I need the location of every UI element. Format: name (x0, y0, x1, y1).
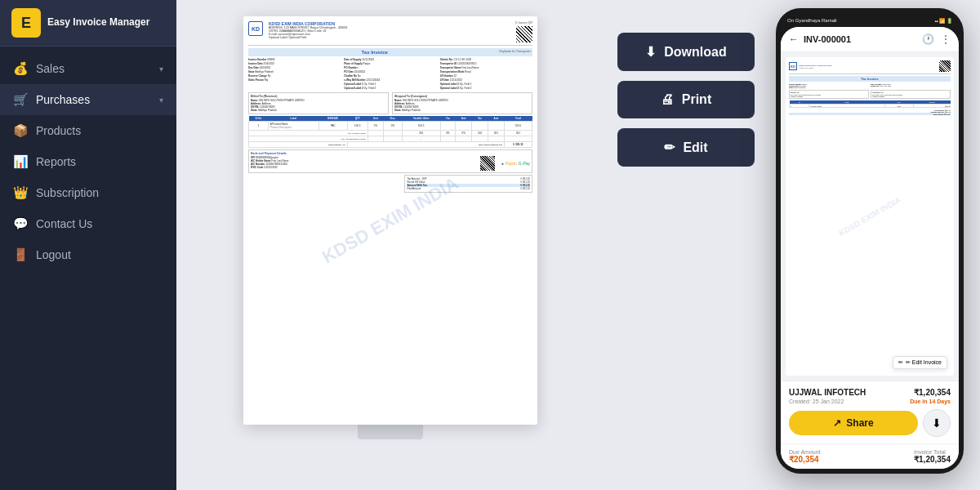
reports-icon: 📊 (13, 154, 28, 169)
sidebar-item-reports[interactable]: 📊 Reports (0, 146, 176, 177)
sidebar-label-purchases: Purchases (36, 93, 90, 106)
actions-panel: ⬇ Download 🖨 Print ✏ Edit (604, 0, 768, 490)
invoice-items-table: Sr.No Label HSN/SAC QTY Unit Disc. Taxab… (248, 116, 532, 148)
sales-icon: 💰 (13, 61, 28, 76)
download-icon: ⬇ (932, 416, 942, 430)
invoice-content: KD KDSD EXIM INDIA CORPORATION ADDRESS: … (243, 16, 537, 425)
phone-screen: ← INV-000001 🕐 ⋮ (781, 27, 959, 469)
edit-invoice-icon: ✏ (898, 359, 903, 366)
phone-header: ← INV-000001 🕐 ⋮ (781, 27, 959, 52)
sidebar-item-contact-us[interactable]: 💬 Contact Us (0, 208, 176, 239)
invoice-preview-area: KD KDSD EXIM INDIA CORPORATION ADDRESS: … (176, 0, 604, 490)
invoice-document: KD KDSD EXIM INDIA CORPORATION ADDRESS: … (243, 16, 537, 425)
phone-download-button[interactable]: ⬇ (923, 409, 951, 437)
phone-more-icon[interactable]: ⋮ (941, 33, 951, 45)
sidebar-logo: E Easy Invoice Manager (0, 0, 176, 47)
invoice-title: Tax Invoice Duplicate for Transporter (248, 48, 532, 56)
download-button[interactable]: ⬇ Download (617, 33, 755, 71)
table-row: Add: Housekeeping Charge - (249, 136, 532, 142)
purchases-icon: 🛒 (13, 92, 28, 107)
chevron-down-icon: ▾ (159, 96, 163, 105)
table-row: Add: Freight Charge 301 0% 0% 501 501 50… (249, 131, 532, 136)
phone-invoice-preview: KD KDSD EXIM INDIA CORPORATION Address l… (786, 57, 954, 376)
phone-invoice-amount: ₹1,20,354 (914, 388, 951, 397)
main-content: KD KDSD EXIM INDIA CORPORATION ADDRESS: … (176, 0, 980, 490)
sidebar-item-subscription[interactable]: 👑 Subscription (0, 177, 176, 208)
print-button[interactable]: 🖨 Print (617, 81, 755, 118)
sidebar-item-purchases[interactable]: 🛒 Purchases ▾ (0, 84, 176, 115)
sidebar-label-subscription: Subscription (36, 186, 99, 199)
sidebar-label-reports: Reports (36, 155, 76, 168)
sidebar-label-logout: Logout (36, 248, 71, 261)
invoice-bill-ship: Billed To (Receiver) Name: GNI INFO SOLU… (248, 92, 532, 114)
phone-share-button[interactable]: ↗ Share (789, 411, 918, 435)
bank-qr (480, 156, 495, 171)
sidebar-nav: 💰 Sales ▾ 🛒 Purchases ▾ 📦 Products 📊 Rep… (0, 47, 176, 490)
phone-customer-bar: UJJWAL INFOTECH ₹1,20,354 Created: 25 Ja… (781, 381, 959, 443)
app-logo-icon: E (11, 8, 41, 38)
phone-due-label: Due in 14 Days (910, 399, 951, 404)
sidebar-item-sales[interactable]: 💰 Sales ▾ (0, 53, 176, 84)
share-icon: ↗ (833, 417, 841, 429)
table-row: 1 A Product NameProduct Description PAC … (249, 122, 532, 131)
sidebar-item-products[interactable]: 📦 Products (0, 115, 176, 146)
invoice-totals: Tax Amount - GST ₹ 301.15 Round Off Valu… (248, 175, 532, 193)
phone-invoice-id: INV-000001 (804, 34, 851, 44)
phone-history-icon[interactable]: 🕐 (922, 33, 934, 45)
sidebar: E Easy Invoice Manager 💰 Sales ▾ 🛒 Purch… (0, 0, 176, 490)
top-area: KD KDSD EXIM INDIA CORPORATION ADDRESS: … (176, 0, 980, 490)
company-logo: KD (248, 21, 263, 36)
phone-edit-invoice-button[interactable]: ✏ ✏ Edit Invoice (893, 356, 947, 369)
sidebar-label-products: Products (36, 124, 81, 137)
sidebar-label-sales: Sales (36, 62, 65, 75)
print-icon: 🖨 (661, 92, 674, 107)
phone-bottom-stats: Due Amount ₹20,354 Invoice Total ₹1,20,3… (781, 443, 959, 469)
edit-icon: ✏ (664, 140, 675, 155)
phone-area: On Gyandhaya Ramali ▪▪ 📶 🔋 ← INV-000001 … (768, 0, 980, 490)
phone-mockup: On Gyandhaya Ramali ▪▪ 📶 🔋 ← INV-000001 … (776, 8, 964, 474)
products-icon: 📦 (13, 123, 28, 138)
app-name: Easy Invoice Manager (47, 16, 149, 29)
sidebar-label-contact-us: Contact Us (36, 217, 92, 230)
invoice-qr (516, 26, 532, 42)
subscription-icon: 👑 (13, 185, 28, 200)
invoice-bank-details: Bank and Payment Details UPI 9999999999@… (248, 149, 532, 173)
phone-invoice-total: Invoice Total ₹1,20,354 (914, 449, 951, 464)
invoice-fields: Invoice Number 999/80 Invoice Date 25/4/… (248, 58, 532, 91)
contact-icon: 💬 (13, 216, 28, 231)
logout-icon: 🚪 (13, 247, 28, 262)
phone-due-amount: Due Amount ₹20,354 (789, 449, 821, 464)
download-icon: ⬇ (645, 44, 656, 60)
sidebar-item-logout[interactable]: 🚪 Logout (0, 239, 176, 270)
phone-created-date: Created: 25 Jan 2022 (789, 399, 844, 404)
chevron-down-icon: ▾ (159, 65, 163, 74)
phone-back-button[interactable]: ← (789, 33, 799, 45)
edit-button[interactable]: ✏ Edit (617, 128, 755, 167)
invoice-stand (358, 425, 423, 439)
phone-customer-name: UJJWAL INFOTECH (789, 388, 866, 397)
phone-notch (845, 8, 894, 18)
invoice-header: KD KDSD EXIM INDIA CORPORATION ADDRESS: … (248, 21, 532, 46)
